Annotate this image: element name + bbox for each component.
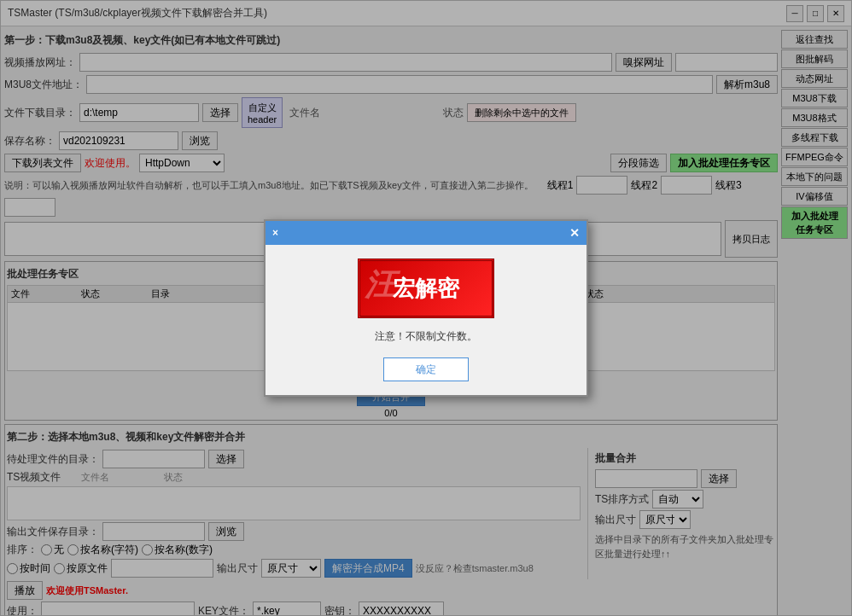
modal-dialog: × ✕ 汪 宏解密 注意！不限制文件数。 确定 [264, 219, 588, 397]
modal-overlay: × ✕ 汪 宏解密 注意！不限制文件数。 确定 [1, 1, 851, 615]
modal-title: × [272, 227, 278, 239]
modal-body: 汪 宏解密 注意！不限制文件数。 确定 [266, 245, 586, 395]
modal-ok-button[interactable]: 确定 [383, 357, 469, 381]
modal-logo: 汪 宏解密 [358, 259, 494, 318]
modal-message: 注意！不限制文件数。 [375, 328, 477, 344]
modal-logo-text: 宏解密 [393, 274, 459, 304]
modal-close-button[interactable]: ✕ [569, 226, 580, 240]
modal-titlebar: × ✕ [266, 221, 586, 245]
